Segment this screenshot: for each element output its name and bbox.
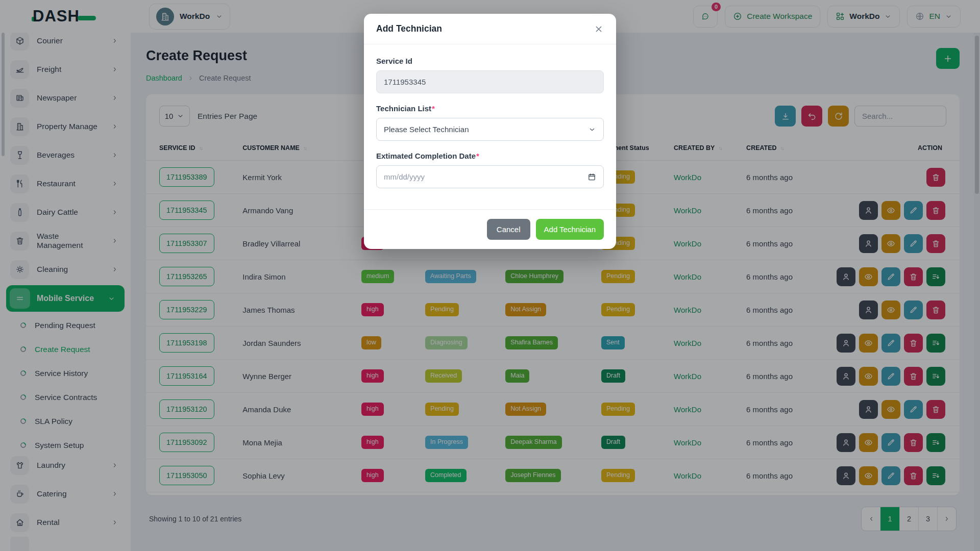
- add-technician-submit-button[interactable]: Add Technician: [536, 219, 604, 240]
- technician-list-label: Technician List*: [376, 104, 604, 113]
- technician-select[interactable]: Please Select Technician: [376, 118, 604, 141]
- required-asterisk: *: [476, 152, 479, 160]
- chevron-down-icon: [588, 126, 596, 134]
- calendar-icon: [587, 172, 596, 181]
- technician-select-value: Please Select Technician: [384, 125, 588, 134]
- completion-date-label: Extimated Completion Date*: [376, 152, 604, 160]
- cancel-button[interactable]: Cancel: [487, 219, 530, 240]
- required-asterisk: *: [432, 104, 435, 113]
- add-technician-modal: Add Technician Service Id 1711953345 Tec…: [364, 14, 616, 249]
- close-icon: [594, 24, 604, 34]
- service-id-label: Service Id: [376, 57, 604, 65]
- modal-title: Add Technician: [376, 23, 594, 34]
- close-modal-button[interactable]: [594, 24, 604, 34]
- service-id-value: 1711953345: [384, 78, 596, 86]
- service-id-field: 1711953345: [376, 70, 604, 93]
- date-placeholder: mm/dd/yyyy: [384, 172, 587, 181]
- completion-date-input[interactable]: mm/dd/yyyy: [376, 165, 604, 188]
